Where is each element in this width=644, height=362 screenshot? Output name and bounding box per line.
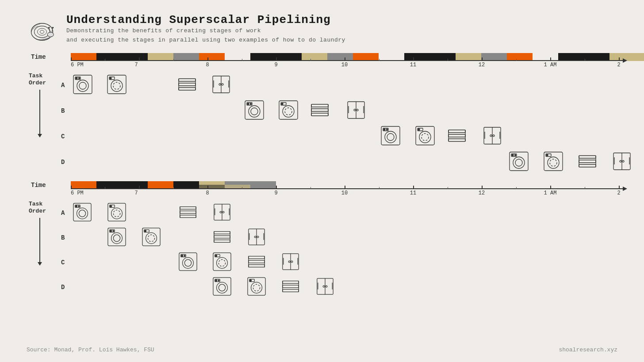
svg-point-140 [257, 236, 259, 238]
svg-point-29 [219, 84, 221, 85]
svg-point-85 [546, 154, 548, 156]
dryer-icon-1d [543, 151, 564, 174]
svg-rect-131 [214, 236, 230, 238]
source-text: Source: Monad, Prof. Lois Hawkes, FSU [27, 347, 154, 353]
time-tick-8-1: 8 [206, 62, 209, 68]
svg-point-167 [215, 279, 217, 281]
diagram1: Time [27, 53, 617, 175]
svg-point-104 [111, 208, 123, 219]
fold-icon-2a [178, 202, 198, 224]
dryer-icon-2a [107, 202, 126, 224]
washer-icon-2b [107, 227, 126, 249]
svg-point-171 [253, 284, 260, 291]
wardrobe-icon-2d [315, 277, 335, 298]
svg-point-35 [247, 103, 249, 105]
svg-rect-176 [283, 289, 299, 292]
svg-rect-44 [311, 113, 328, 116]
svg-point-8 [52, 27, 54, 29]
fold-icon-1c [447, 126, 467, 148]
svg-point-57 [383, 129, 385, 130]
washer-icon-2a [73, 202, 92, 224]
svg-point-3 [40, 30, 44, 34]
svg-point-124 [113, 230, 114, 232]
dryer-icon-1b [278, 100, 299, 122]
svg-point-107 [110, 205, 112, 207]
website-text: shoalresearch.xyz [559, 347, 617, 353]
washer-icon-1a [73, 74, 93, 97]
svg-point-151 [215, 255, 217, 256]
svg-point-60 [419, 131, 431, 143]
svg-point-76 [513, 157, 525, 168]
washer-icon-2c [178, 252, 198, 274]
svg-point-127 [148, 235, 154, 241]
task-row-2d: D [71, 275, 617, 300]
washer-icon-1b [244, 100, 264, 122]
task-row-2b: B [71, 225, 617, 250]
svg-point-118 [222, 211, 224, 213]
header-text: Understanding Superscalar Pipelining Dem… [66, 13, 345, 45]
svg-rect-20 [179, 79, 196, 81]
svg-point-101 [76, 205, 77, 207]
row-label-1b: B [61, 107, 65, 114]
time-tick-10-1: 10 [341, 62, 348, 68]
wardrobe-icon-1a [211, 74, 231, 97]
svg-rect-42 [311, 104, 328, 107]
svg-point-55 [387, 133, 394, 141]
svg-rect-43 [311, 109, 328, 111]
svg-rect-21 [179, 83, 196, 86]
svg-point-10 [77, 80, 88, 91]
svg-point-73 [490, 135, 492, 137]
header: Understanding Superscalar Pipelining Dem… [27, 13, 617, 45]
svg-point-102 [78, 206, 80, 207]
svg-rect-88 [579, 164, 596, 167]
svg-point-13 [76, 77, 77, 79]
svg-rect-65 [448, 134, 465, 137]
wardrobe-icon-1c [482, 126, 502, 148]
wardrobe-icon-1d [612, 151, 632, 174]
svg-point-30 [222, 84, 223, 85]
svg-rect-86 [579, 156, 596, 158]
svg-point-74 [493, 135, 494, 137]
time-tick-2-1: 2 [617, 62, 620, 68]
time-label-2: Time [31, 182, 46, 189]
dryer-icon-2d [247, 277, 266, 298]
svg-rect-175 [283, 285, 299, 288]
wardrobe-icon-2b [247, 227, 266, 249]
row-label-1c: C [61, 133, 65, 140]
svg-point-80 [515, 154, 516, 156]
time-tick-1am-2: 1 AM [544, 190, 557, 196]
wardrobe-icon-2a [212, 202, 232, 224]
svg-point-14 [79, 77, 80, 79]
svg-point-95 [620, 160, 621, 162]
svg-rect-153 [249, 260, 264, 263]
task-row-1d: D [71, 149, 617, 175]
fold-icon-2b [212, 227, 232, 249]
time-label-1: Time [31, 53, 46, 61]
svg-point-38 [283, 106, 294, 117]
svg-point-145 [181, 255, 183, 256]
svg-point-142 [183, 257, 194, 268]
svg-point-123 [110, 230, 112, 232]
dryer-icon-2c [212, 252, 232, 274]
svg-point-54 [385, 131, 396, 143]
row-label-2b: B [61, 234, 65, 241]
svg-point-11 [79, 82, 86, 89]
svg-point-120 [111, 232, 123, 244]
dryer-icon-1a [107, 74, 127, 97]
svg-point-165 [218, 284, 225, 291]
row-label-2a: A [61, 210, 65, 217]
svg-rect-87 [579, 160, 596, 163]
wardrobe-icon-1b [346, 100, 366, 122]
svg-point-36 [250, 103, 252, 104]
dryer-icon-2b [142, 227, 161, 249]
svg-point-121 [113, 235, 120, 241]
task-row-1c: C [71, 124, 617, 149]
svg-point-77 [515, 159, 522, 166]
task-order-label-1: TaskOrder [29, 72, 46, 88]
svg-point-146 [184, 255, 185, 256]
svg-rect-154 [249, 264, 264, 267]
svg-point-17 [113, 82, 120, 89]
svg-rect-64 [448, 130, 465, 133]
row-label-1d: D [61, 159, 65, 166]
time-tick-2-2: 2 [617, 190, 620, 196]
